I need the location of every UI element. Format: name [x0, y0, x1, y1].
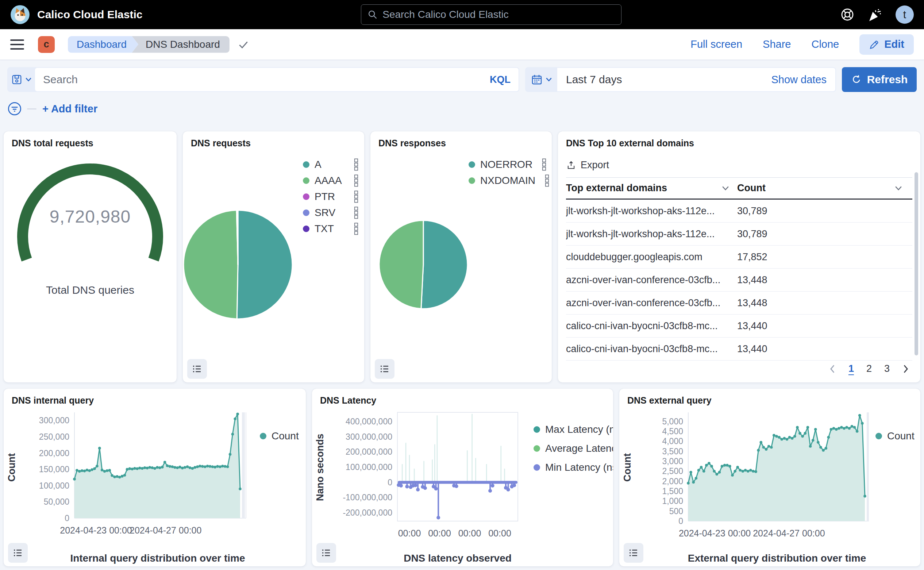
legend-item[interactable]: Max Latency (ns)	[533, 424, 613, 435]
legend-dot	[303, 161, 310, 168]
table-row: calico-cni-ivan-byocni-03cfb8-mc...13,44…	[566, 337, 912, 360]
filter-bar: + Add filter	[7, 101, 917, 116]
export-button[interactable]: Export	[566, 159, 609, 171]
svg-text:2024-04-23 00:00: 2024-04-23 00:00	[679, 528, 751, 538]
query-input-wrap[interactable]: KQL	[35, 68, 519, 91]
legend-list-icon-button[interactable]	[8, 543, 28, 563]
svg-text:3,500: 3,500	[662, 447, 683, 456]
svg-text:2024-04-27 00:00: 2024-04-27 00:00	[130, 525, 201, 535]
saved-check-icon	[238, 39, 249, 51]
filter-circle-icon[interactable]	[7, 101, 22, 116]
legend-item[interactable]: A	[303, 159, 359, 170]
table-scrollbar[interactable]	[915, 172, 918, 355]
pagination-next-button[interactable]	[902, 364, 909, 374]
news-party-popper-icon[interactable]	[868, 7, 883, 22]
sort-chevron-icon	[722, 186, 729, 191]
domain-cell: calico-cni-ivan-byocni-03cfb8-mc...	[566, 320, 729, 332]
svg-text:4,000: 4,000	[662, 437, 683, 446]
share-button[interactable]: Share	[763, 38, 791, 51]
legend-label: NOERROR	[480, 159, 532, 170]
pagination-prev-button[interactable]	[829, 364, 836, 374]
y-axis-title: Nano seconds	[312, 407, 328, 528]
column-header-domains[interactable]: Top external domains	[566, 182, 729, 194]
legend-list-icon-button[interactable]	[375, 359, 394, 379]
legend-list-icon-button[interactable]	[187, 359, 207, 379]
legend-item[interactable]: AAAA	[303, 175, 359, 186]
sort-chevron-icon	[895, 186, 902, 191]
panel-title: DNS Latency	[312, 389, 613, 406]
legend-item[interactable]: Average Latency (ns)	[533, 443, 613, 454]
count-cell: 13,448	[729, 274, 912, 286]
legend-actions-icon[interactable]	[354, 190, 359, 203]
dns-responses-pie-chart[interactable]	[378, 219, 469, 310]
legend-item[interactable]: NOERROR	[469, 159, 546, 170]
legend-label: Max Latency (ns)	[545, 424, 613, 435]
legend-item[interactable]: Count	[875, 431, 920, 441]
table-row: azcni-over-ivan-conference-03cfb...13,44…	[566, 291, 912, 314]
legend-actions-icon[interactable]	[545, 175, 549, 187]
legend-item[interactable]: PTR	[303, 191, 359, 202]
legend-item[interactable]: SRV	[303, 207, 359, 218]
saved-query-menu-button[interactable]	[8, 74, 35, 85]
legend-list-icon-button[interactable]	[316, 543, 336, 563]
pagination-page-2[interactable]: 2	[866, 363, 872, 374]
edit-button[interactable]: Edit	[860, 34, 914, 55]
dns-latency-chart[interactable]: 400,000,000300,000,000200,000,000100,000…	[328, 407, 527, 553]
legend-actions-icon[interactable]	[354, 158, 359, 171]
legend-item[interactable]: NXDOMAIN	[469, 175, 546, 186]
global-search-input[interactable]	[361, 5, 622, 25]
full-screen-button[interactable]: Full screen	[690, 38, 742, 51]
menu-hamburger-icon[interactable]	[10, 40, 24, 50]
svg-text:100,000,000: 100,000,000	[346, 462, 392, 472]
legend-actions-icon[interactable]	[354, 175, 359, 187]
svg-text:2,000: 2,000	[662, 477, 683, 486]
time-range-value[interactable]: Last 7 days	[566, 74, 622, 86]
legend-list-icon-button[interactable]	[624, 543, 644, 563]
column-header-count[interactable]: Count	[729, 182, 912, 194]
legend-item[interactable]: Min Latency (ns)	[533, 462, 613, 473]
legend-label: SRV	[314, 207, 336, 219]
gauge-value: 9,720,980	[4, 207, 177, 227]
svg-text:400,000,000: 400,000,000	[346, 417, 392, 426]
count-cell: 30,789	[729, 228, 912, 240]
legend-actions-icon[interactable]	[354, 222, 359, 235]
domain-cell: clouddebugger.googleapis.com	[566, 251, 729, 263]
pagination-page-1[interactable]: 1	[849, 363, 854, 374]
query-search-input[interactable]	[43, 74, 490, 86]
table-row: jlt-worksh-jlt-workshop-aks-112e...30,78…	[566, 199, 912, 222]
pagination-page-3[interactable]: 3	[884, 363, 890, 374]
help-icon[interactable]	[840, 7, 855, 22]
date-quick-menu-button[interactable]	[526, 74, 557, 86]
legend-label: NXDOMAIN	[480, 175, 535, 187]
dns-responses-legend: NOERRORNXDOMAIN	[469, 159, 546, 186]
svg-text:1,000: 1,000	[662, 496, 683, 506]
show-dates-button[interactable]: Show dates	[771, 74, 827, 86]
dns-requests-pie-chart[interactable]	[183, 209, 294, 320]
internal-query-area-chart[interactable]: 300,000250,000200,000150,000100,00050,00…	[20, 407, 253, 553]
external-query-area-chart[interactable]: 5,0004,5004,0003,5003,0002,5002,0001,500…	[635, 407, 869, 553]
legend-actions-icon[interactable]	[354, 207, 359, 219]
legend-dot	[533, 426, 540, 433]
svg-text:5,000: 5,000	[662, 417, 683, 426]
domain-cell: azcni-over-ivan-conference-03cfb...	[566, 297, 729, 309]
svg-text:300,000,000: 300,000,000	[346, 432, 392, 441]
legend-item[interactable]: Count	[260, 431, 306, 441]
breadcrumb-dashboard[interactable]: Dashboard	[68, 36, 138, 53]
user-avatar[interactable]: t	[895, 6, 914, 24]
pencil-icon	[869, 39, 880, 50]
panel-dns-total-requests: DNS total requests 9,720,980 Total DNS q…	[4, 131, 177, 382]
space-badge[interactable]: c	[38, 36, 55, 53]
chevron-down-icon	[25, 77, 32, 82]
legend-item[interactable]: TXT	[303, 223, 359, 234]
refresh-button[interactable]: Refresh	[842, 67, 917, 92]
clone-button[interactable]: Clone	[811, 38, 839, 51]
svg-text:2,500: 2,500	[662, 466, 683, 476]
add-filter-button[interactable]: + Add filter	[42, 103, 97, 115]
query-language-button[interactable]: KQL	[490, 74, 510, 86]
legend-dot	[260, 433, 267, 439]
svg-text:3,000: 3,000	[662, 457, 683, 466]
legend-actions-icon[interactable]	[542, 158, 546, 171]
svg-text:300,000: 300,000	[39, 416, 69, 425]
legend-dot	[533, 464, 540, 471]
global-search[interactable]	[361, 5, 622, 25]
